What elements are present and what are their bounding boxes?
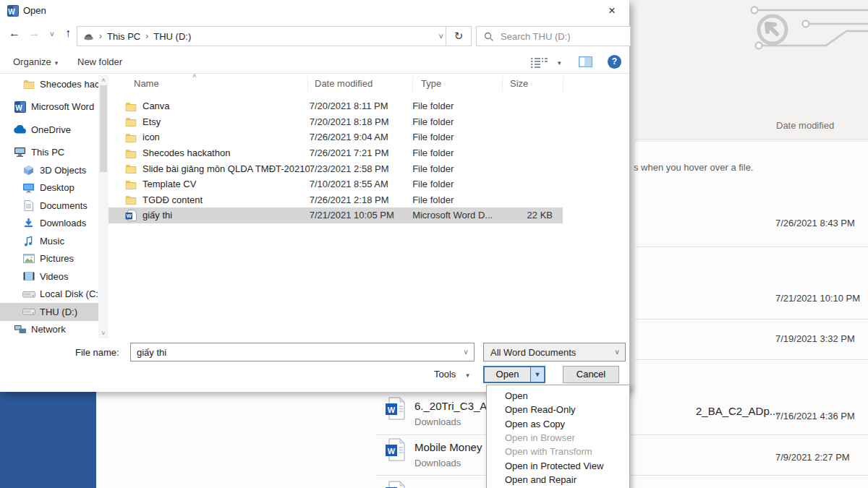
file-date-modified: 7/26/2021 9:04 AM bbox=[310, 132, 412, 142]
backstage-file-name-fragment: 2_BA_C2_ADp... bbox=[696, 405, 778, 417]
sidebar-item-shecodes-hacka[interactable]: Shecodes hacka bbox=[0, 75, 98, 93]
onedrive-icon bbox=[13, 125, 27, 134]
file-type-select[interactable]: All Word Documents ˅ bbox=[483, 343, 626, 361]
breadcrumb-separator-icon[interactable]: › bbox=[99, 31, 102, 41]
column-separator[interactable] bbox=[502, 77, 503, 92]
sidebar-item-microsoft-word[interactable]: WMicrosoft Word bbox=[0, 98, 98, 116]
new-folder-button[interactable]: New folder bbox=[77, 56, 122, 67]
sidebar-item-label: Desktop bbox=[40, 182, 75, 193]
search-box[interactable] bbox=[476, 26, 631, 46]
table-row[interactable]: Wgiấy thi7/21/2021 10:05 PMMicrosoft Wor… bbox=[109, 207, 563, 223]
breadcrumb-item[interactable]: THU (D:) bbox=[153, 31, 191, 42]
table-row[interactable]: Template CV7/10/2021 8:55 AMFile folder bbox=[109, 176, 563, 192]
scrollbar-thumb[interactable] bbox=[100, 85, 107, 172]
sidebar-item-label: 3D Objects bbox=[40, 165, 86, 176]
column-separator[interactable] bbox=[412, 77, 413, 92]
sidebar-item-documents[interactable]: Documents bbox=[0, 197, 98, 215]
breadcrumb-separator-icon[interactable]: › bbox=[145, 31, 148, 41]
threed-icon bbox=[22, 165, 35, 176]
menu-item-open-read-only[interactable]: Open Read-Only bbox=[487, 403, 629, 416]
sidebar-item-label: Music bbox=[40, 236, 64, 247]
file-list: Canva7/20/2021 8:11 PMFile folderEtsy7/2… bbox=[109, 98, 563, 223]
folder-icon bbox=[125, 194, 137, 205]
chevron-down-icon[interactable]: ˅ bbox=[464, 348, 468, 356]
cancel-button[interactable]: Cancel bbox=[563, 366, 619, 383]
organize-button[interactable]: Organize▾ bbox=[13, 56, 58, 67]
column-header-size[interactable]: Size bbox=[510, 78, 528, 89]
menu-item-open-as-copy[interactable]: Open as Copy bbox=[487, 417, 629, 431]
scroll-down-icon[interactable]: ˅ bbox=[98, 330, 109, 337]
folder-icon bbox=[125, 179, 137, 189]
dialog-titlebar[interactable]: W Open × bbox=[0, 0, 629, 22]
table-row[interactable]: icon7/26/2021 9:04 AMFile folder bbox=[109, 129, 563, 145]
sidebar-item-pictures[interactable]: Pictures bbox=[0, 250, 98, 268]
file-name-label: File name: bbox=[75, 347, 119, 358]
menu-item-open-and-repair[interactable]: Open and Repair bbox=[487, 473, 629, 487]
backstage-date: 7/21/2021 10:10 PM bbox=[775, 293, 860, 304]
backstage-list-background bbox=[635, 142, 868, 392]
backstage-hint-text: s when you hover over a file. bbox=[634, 162, 753, 173]
sidebar-item-videos[interactable]: Videos bbox=[0, 267, 98, 286]
views-dropdown-icon[interactable]: ▾ bbox=[558, 59, 561, 67]
column-separator[interactable] bbox=[307, 77, 308, 92]
column-separator[interactable] bbox=[563, 77, 563, 92]
sidebar-item-music[interactable]: Music bbox=[0, 232, 98, 250]
sidebar-item-desktop[interactable]: Desktop bbox=[0, 179, 98, 197]
views-icon[interactable] bbox=[530, 56, 548, 69]
file-name-input[interactable] bbox=[131, 346, 464, 359]
breadcrumb-item[interactable]: This PC bbox=[107, 31, 140, 42]
address-bar[interactable]: ›This PC›THU (D:) ˅ bbox=[77, 26, 450, 46]
open-split-button: Open ▼ bbox=[483, 366, 545, 383]
sidebar-item-label: Downloads bbox=[40, 218, 86, 228]
forward-button[interactable]: → bbox=[25, 27, 43, 40]
backstage-date-modified-header: Date modified bbox=[776, 120, 834, 131]
sidebar-item-label: Local Disk (C:) bbox=[40, 288, 98, 299]
scroll-up-icon[interactable]: ˄ bbox=[98, 77, 109, 84]
file-type: File folder bbox=[412, 100, 499, 111]
sidebar-item-onedrive[interactable]: OneDrive bbox=[0, 121, 98, 139]
file-name: Template CV bbox=[142, 179, 310, 189]
file-type: File folder bbox=[412, 194, 499, 205]
menu-item-open[interactable]: Open bbox=[487, 389, 629, 403]
recent-locations-dropdown[interactable]: ˅ bbox=[43, 30, 61, 38]
svg-text:W: W bbox=[15, 103, 22, 111]
close-button[interactable]: × bbox=[596, 0, 628, 22]
search-input[interactable] bbox=[499, 30, 630, 43]
file-name: Shecodes hackathon bbox=[142, 147, 310, 158]
table-row[interactable]: Slide bài giảng môn QLDA TMĐT-20210...7/… bbox=[109, 160, 563, 176]
sidebar-item-this-pc[interactable]: This PC bbox=[0, 144, 98, 162]
column-header-type[interactable]: Type bbox=[421, 78, 441, 89]
open-button[interactable]: Open bbox=[485, 367, 530, 382]
sidebar-item-local-disk-c-[interactable]: Local Disk (C:) bbox=[0, 286, 98, 304]
menu-item-open-in-protected-view[interactable]: Open in Protected View bbox=[487, 458, 629, 472]
column-header-date-modified[interactable]: Date modified bbox=[315, 78, 373, 89]
sidebar-item-label: Videos bbox=[40, 271, 69, 282]
file-type: Microsoft Word D... bbox=[412, 210, 499, 221]
file-date-modified: 7/20/2021 8:11 PM bbox=[310, 100, 412, 111]
refresh-button[interactable]: ↻ bbox=[446, 26, 472, 46]
sidebar-scrollbar[interactable]: ˄ ˅ bbox=[98, 75, 109, 338]
sidebar-item-3d-objects[interactable]: 3D Objects bbox=[0, 161, 98, 179]
sidebar-item-network[interactable]: Network bbox=[0, 321, 98, 339]
back-button[interactable]: ← bbox=[6, 27, 23, 40]
open-dropdown-arrow[interactable]: ▼ bbox=[530, 367, 544, 382]
sidebar-item-thu-d-[interactable]: THU (D:) bbox=[0, 303, 98, 321]
help-icon[interactable]: ? bbox=[608, 55, 621, 69]
sidebar-item-downloads[interactable]: Downloads bbox=[0, 215, 98, 233]
address-dropdown-icon[interactable]: ˅ bbox=[439, 32, 443, 40]
up-button[interactable]: ↑ bbox=[59, 27, 77, 40]
folder-icon bbox=[125, 163, 137, 174]
table-row[interactable]: Etsy7/20/2021 8:18 PMFile folder bbox=[109, 114, 563, 130]
documents-icon bbox=[22, 200, 35, 211]
table-row[interactable]: Canva7/20/2021 8:11 PMFile folder bbox=[109, 98, 563, 114]
table-row[interactable]: Shecodes hackathon7/26/2021 7:21 PMFile … bbox=[109, 145, 563, 161]
decorative-circuit-logo bbox=[745, 1, 868, 58]
backstage-file-name: 6._20Tri_C3_A1 bbox=[414, 400, 493, 412]
preview-pane-icon[interactable] bbox=[579, 56, 592, 67]
file-date-modified: 7/23/2021 2:58 PM bbox=[310, 163, 412, 174]
column-header-name[interactable]: Name bbox=[134, 78, 159, 89]
file-type: File folder bbox=[412, 147, 499, 158]
table-row[interactable]: TGDĐ content7/26/2021 2:18 PMFile folder bbox=[109, 192, 563, 208]
file-name-combo[interactable]: ˅ bbox=[130, 343, 475, 361]
tools-button[interactable]: Tools▾ bbox=[434, 369, 469, 380]
